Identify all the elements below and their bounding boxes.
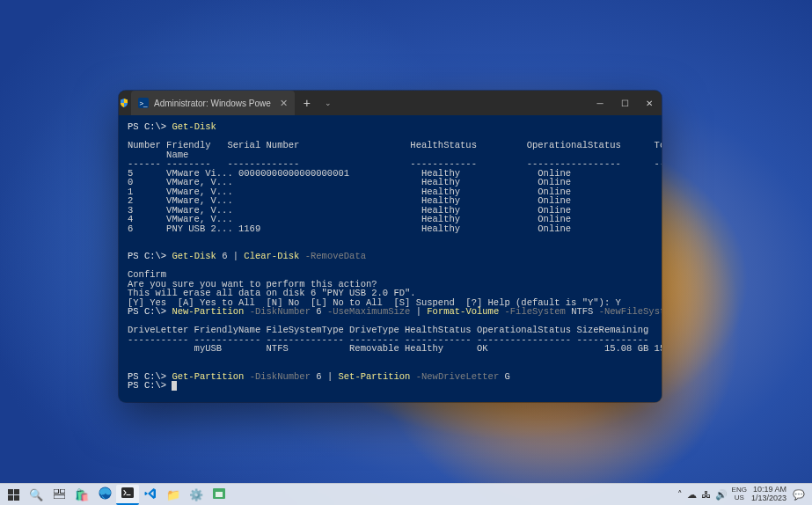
param: -UseMaximumSize [327,306,411,317]
tab-title: Administrator: Windows Powe [154,99,271,108]
window-controls: ─ ☐ ✕ [588,91,662,115]
powershell-icon: >_ [138,98,149,108]
tab-active[interactable]: >_ Administrator: Windows Powe ✕ [131,91,295,115]
gear-icon: ⚙️ [189,488,203,501]
folder-icon: 📁 [166,488,180,501]
titlebar[interactable]: >_ Administrator: Windows Powe ✕ + ⌄ ─ ☐… [119,91,662,115]
lang-bottom: US [735,494,744,502]
profile-dropdown-button[interactable]: ⌄ [319,99,337,107]
terminal-icon [121,487,134,501]
prompt: PS C:\> [128,251,172,261]
command: Set-Partition [338,371,410,382]
terminal-body[interactable]: PS C:\> Get-Disk Number Friendly Serial … [119,115,662,402]
svg-rect-0 [8,489,13,494]
command: Get-Partition [172,371,244,382]
table-row: myUSB NTFS Removable Healthy OK 15.08 GB… [128,343,662,354]
svg-rect-8 [121,487,134,498]
start-button[interactable] [2,485,25,505]
prompt: PS C:\> [128,121,172,132]
svg-rect-3 [14,495,19,501]
clock-button[interactable]: 10:19 AM 1/13/2023 [751,486,788,503]
vscode-button[interactable] [139,485,162,505]
new-tab-button[interactable]: + [295,96,319,110]
cursor [172,381,177,391]
command: Get-Disk [172,251,216,261]
param: -NewDriveLetter [410,371,499,382]
onedrive-icon[interactable]: ☁ [687,489,697,501]
prompt: PS C:\> [128,306,172,317]
store-icon: 🛍️ [75,488,89,501]
notifications-button[interactable]: 💬 [793,489,805,501]
vscode-icon [144,487,157,502]
pipe: | [410,306,427,317]
tray-overflow-button[interactable]: ˄ [677,489,683,501]
arg: NTFS [566,306,599,317]
app-icon [213,488,225,501]
svg-rect-10 [216,492,223,497]
edge-icon [99,487,112,502]
file-explorer-button[interactable]: 📁 [162,485,185,505]
minimize-button[interactable]: ─ [588,91,612,115]
search-icon: 🔍 [29,488,43,501]
param: -RemoveData [299,251,366,261]
command: New-Partition [172,306,244,317]
windows-icon [8,489,19,501]
date: 1/13/2023 [751,494,786,503]
system-tray: ˄ ☁ 🖧 🔊 ENG US 10:19 AM 1/13/2023 💬 [672,486,810,503]
volume-icon[interactable]: 🔊 [715,489,728,501]
edge-button[interactable] [93,485,116,505]
arg: G [499,371,510,382]
command: Get-Disk [172,121,216,132]
param: -FileSystem [499,306,566,317]
task-view-button[interactable] [48,485,70,505]
terminal-taskbar-button[interactable] [116,485,139,505]
svg-rect-1 [14,489,19,494]
microsoft-store-button[interactable]: 🛍️ [70,485,93,505]
terminal-output: PS C:\> Get-Disk Number Friendly Serial … [128,122,653,391]
pipe: | [327,371,339,382]
arg: 6 [311,371,327,382]
param: -NewFileSystemLabel [599,306,662,317]
svg-rect-6 [54,494,65,499]
svg-rect-2 [8,495,13,501]
svg-rect-5 [60,489,65,494]
command: Clear-Disk [244,251,299,261]
param: -DiskNumber [244,306,311,317]
task-view-icon [54,488,65,501]
svg-rect-4 [54,489,59,494]
taskbar: 🔍 🛍️ 📁 ⚙️ ˄ ☁ 🖧 🔊 ENG US 10:19 AM 1/13/2… [0,483,812,505]
network-icon[interactable]: 🖧 [701,489,711,500]
app-button[interactable] [208,485,230,505]
arg: 6 [311,306,327,317]
settings-button[interactable]: ⚙️ [185,485,208,505]
prompt: PS C:\> [128,380,172,391]
shield-icon [119,91,129,115]
pipe: | [233,251,245,261]
table-row: 6 PNY USB 2... 1169 Healthy Online 15.12… [128,223,662,234]
command: Format-Volume [427,306,499,317]
arg: 6 [216,251,233,261]
close-button[interactable]: ✕ [637,91,662,115]
maximize-button[interactable]: ☐ [612,91,637,115]
language-button[interactable]: ENG US [732,487,747,502]
tab-close-button[interactable]: ✕ [280,98,288,109]
terminal-window: >_ Administrator: Windows Powe ✕ + ⌄ ─ ☐… [119,91,662,402]
param: -DiskNumber [244,371,311,382]
search-button[interactable]: 🔍 [25,485,48,505]
